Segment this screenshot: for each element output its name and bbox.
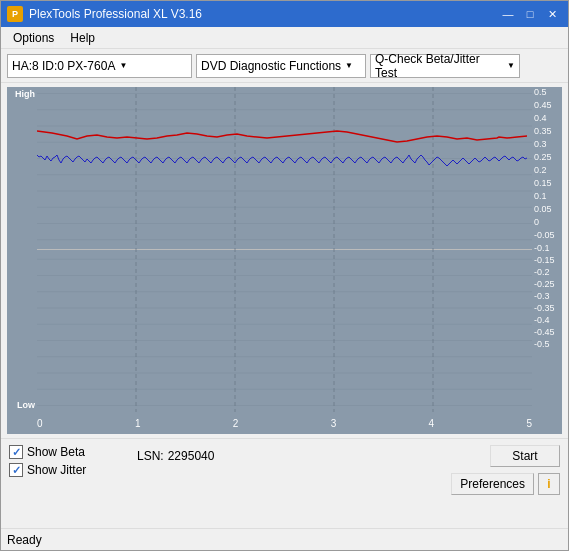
test-dropdown-value: Q-Check Beta/Jitter Test [375,52,503,80]
x-label-0: 0 [37,418,43,429]
test-dropdown-arrow: ▼ [507,61,515,70]
show-beta-checkmark: ✓ [12,446,21,459]
window-title: PlexTools Professional XL V3.16 [29,7,498,21]
title-bar: P PlexTools Professional XL V3.16 — □ ✕ [1,1,568,27]
x-label-3: 3 [331,418,337,429]
show-jitter-checkbox[interactable]: ✓ [9,463,23,477]
x-label-1: 1 [135,418,141,429]
chart-y-left-top: High [7,89,35,99]
chart-y-right: 0.5 0.45 0.4 0.35 0.3 0.25 0.2 0.15 0.1 … [532,87,562,412]
app-icon: P [7,6,23,22]
right-controls: Start Preferences i [460,445,560,522]
app-icon-letter: P [12,9,18,19]
toolbar: HA:8 ID:0 PX-760A ▼ DVD Diagnostic Funct… [1,49,568,83]
show-beta-row: ✓ Show Beta [9,445,129,459]
x-label-4: 4 [429,418,435,429]
close-button[interactable]: ✕ [542,5,562,23]
x-label-5: 5 [526,418,532,429]
lsn-value: 2295040 [168,449,215,463]
chart-svg [37,87,532,412]
chart-x-axis: 0 1 2 3 4 5 [37,412,532,434]
show-beta-checkbox[interactable]: ✓ [9,445,23,459]
info-button[interactable]: i [538,473,560,495]
status-text: Ready [7,533,42,547]
x-label-2: 2 [233,418,239,429]
lsn-label: LSN: [137,449,164,463]
chart-container: High Low 0.5 0.45 0.4 0.35 0.3 0.25 0.2 … [7,87,562,434]
menu-bar: Options Help [1,27,568,49]
show-beta-label[interactable]: Show Beta [27,445,85,459]
maximize-button[interactable]: □ [520,5,540,23]
device-dropdown[interactable]: HA:8 ID:0 PX-760A ▼ [7,54,192,78]
status-bar: Ready [1,528,568,550]
function-dropdown[interactable]: DVD Diagnostic Functions ▼ [196,54,366,78]
start-button[interactable]: Start [490,445,560,467]
checkboxes-area: ✓ Show Beta ✓ Show Jitter [9,445,129,522]
function-dropdown-value: DVD Diagnostic Functions [201,59,341,73]
show-jitter-row: ✓ Show Jitter [9,463,129,477]
prefs-row: Preferences i [451,473,560,495]
device-dropdown-value: HA:8 ID:0 PX-760A [12,59,115,73]
device-dropdown-arrow: ▼ [119,61,127,70]
lsn-area: LSN: 2295040 [137,445,452,522]
main-window: P PlexTools Professional XL V3.16 — □ ✕ … [0,0,569,551]
test-dropdown[interactable]: Q-Check Beta/Jitter Test ▼ [370,54,520,78]
show-jitter-checkmark: ✓ [12,464,21,477]
bottom-panel: ✓ Show Beta ✓ Show Jitter LSN: 2295040 S… [1,438,568,528]
window-controls: — □ ✕ [498,5,562,23]
preferences-button[interactable]: Preferences [451,473,534,495]
chart-y-left-bottom: Low [7,400,35,410]
show-jitter-label[interactable]: Show Jitter [27,463,86,477]
function-dropdown-arrow: ▼ [345,61,353,70]
minimize-button[interactable]: — [498,5,518,23]
menu-help[interactable]: Help [62,29,103,46]
menu-options[interactable]: Options [5,29,62,46]
